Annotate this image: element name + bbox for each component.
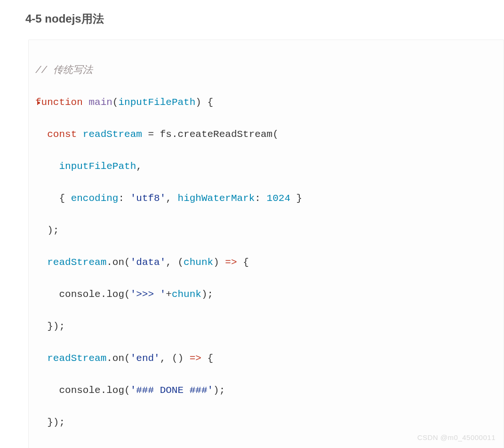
call: console.log(	[59, 289, 130, 300]
ident: readStream	[83, 129, 142, 140]
punct: :	[255, 193, 266, 204]
punct: });	[47, 321, 65, 332]
keyword: function	[35, 97, 83, 108]
code-line: readStream.on('end', () => {	[35, 351, 497, 367]
ident: readStream	[47, 257, 106, 268]
arrow-op: =>	[190, 353, 201, 364]
page-root: 4-5 nodejs用法 // 传统写法 •function main(inpu…	[0, 0, 504, 448]
punct: :	[118, 193, 130, 204]
section-heading: 4-5 nodejs用法	[25, 11, 504, 26]
call: .on(	[106, 353, 130, 364]
string: 'data'	[130, 257, 166, 268]
ident: inputFilePath	[59, 161, 136, 172]
call: .on(	[106, 257, 130, 268]
call: fs.createReadStream(	[160, 129, 279, 140]
string: 'end'	[130, 353, 160, 364]
punct: });	[47, 417, 65, 428]
call: console.log(	[59, 385, 130, 396]
punct: }	[290, 193, 302, 204]
code-line: readStream.on('data', (chunk) => {	[35, 255, 497, 271]
code-line: console.log('>>> '+chunk);	[35, 287, 497, 303]
code-line: );	[35, 223, 497, 239]
ident: chunk	[172, 289, 201, 300]
code-line: const readStream = fs.createReadStream(	[35, 127, 497, 143]
punct: =	[142, 129, 160, 140]
code-line: // 传统写法	[35, 63, 497, 79]
number: 1024	[267, 193, 290, 204]
comment: // 传统写法	[35, 65, 93, 76]
punct: ,	[136, 161, 142, 172]
punct: ,	[166, 193, 177, 204]
string: '>>> '	[130, 289, 166, 300]
code-line: •function main(inputFilePath) {	[35, 95, 497, 111]
arrow-op: =>	[225, 257, 237, 268]
code-line: { encoding: 'utf8', highWaterMark: 1024 …	[35, 191, 497, 207]
op: +	[166, 289, 172, 300]
punct: );	[201, 289, 213, 300]
string: '### DONE ###'	[130, 385, 213, 396]
code-block: // 传统写法 •function main(inputFilePath) { …	[28, 40, 504, 448]
code-line: inputFilePath,	[35, 159, 497, 175]
code-line: });	[35, 415, 497, 431]
breakpoint-dot-icon: •	[36, 99, 41, 108]
punct: , ()	[160, 353, 190, 364]
punct: ) {	[195, 97, 213, 108]
punct: , (	[166, 257, 184, 268]
punct: {	[59, 193, 71, 204]
ident: readStream	[47, 353, 106, 364]
punct: {	[201, 353, 213, 364]
punct: );	[213, 385, 225, 396]
keyword: const	[47, 129, 77, 140]
param: chunk	[184, 257, 213, 268]
code-line: });	[35, 319, 497, 335]
punct: );	[47, 225, 59, 236]
param: inputFilePath	[118, 97, 195, 108]
watermark-text: CSDN @m0_45000011	[417, 433, 496, 441]
string: 'utf8'	[130, 193, 166, 204]
prop: encoding	[71, 193, 119, 204]
code-line: console.log('### DONE ###');	[35, 383, 497, 399]
function-name: main	[88, 97, 112, 108]
prop: highWaterMark	[178, 193, 255, 204]
